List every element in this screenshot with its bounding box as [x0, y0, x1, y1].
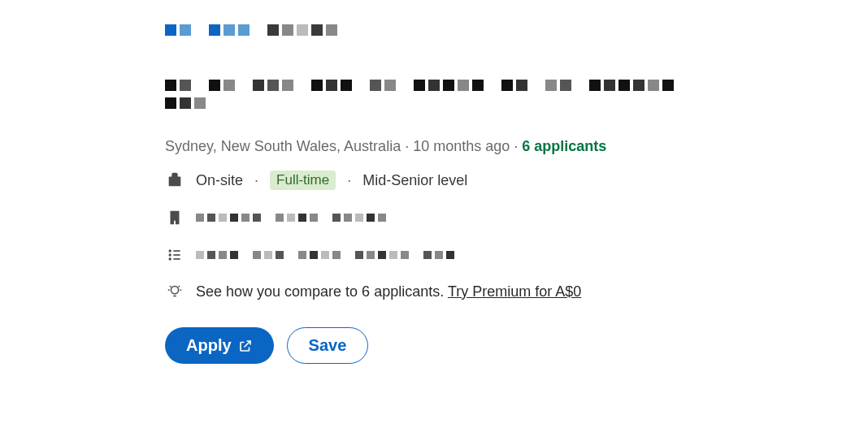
skills-row	[165, 244, 783, 266]
job-title-redacted	[165, 80, 783, 109]
company-name-redacted	[165, 24, 783, 36]
action-buttons: Apply Save	[165, 327, 783, 364]
svg-line-11	[179, 286, 180, 287]
lightbulb-icon	[165, 282, 184, 301]
svg-rect-4	[173, 254, 180, 256]
job-location: Sydney, New South Wales, Australia	[165, 138, 401, 154]
apply-button-label: Apply	[186, 336, 232, 355]
job-listing-card: Sydney, New South Wales, Australia · 10 …	[165, 24, 783, 364]
skills-redacted	[196, 251, 454, 259]
svg-point-1	[169, 253, 171, 256]
seniority-level: Mid-Senior level	[362, 172, 467, 189]
job-type-row: On-site · Full-time · Mid-Senior level	[165, 170, 783, 191]
svg-line-10	[170, 286, 171, 287]
svg-point-0	[169, 249, 171, 252]
svg-rect-5	[173, 258, 180, 260]
save-button-label: Save	[309, 336, 347, 355]
premium-compare-text: See how you compare to 6 applicants. Try…	[196, 283, 581, 300]
svg-point-6	[171, 287, 178, 294]
employment-type-badge: Full-time	[270, 171, 336, 190]
save-button[interactable]: Save	[287, 327, 369, 364]
svg-rect-3	[173, 250, 180, 252]
list-icon	[165, 245, 184, 265]
job-posted-time: 10 months ago	[413, 138, 510, 154]
external-link-icon	[238, 339, 253, 353]
premium-upsell-row: See how you compare to 6 applicants. Try…	[165, 282, 783, 301]
svg-point-2	[169, 257, 171, 260]
company-size-row	[165, 207, 783, 228]
job-meta-line: Sydney, New South Wales, Australia · 10 …	[165, 138, 783, 155]
company-size-redacted	[196, 214, 386, 222]
apply-button[interactable]: Apply	[165, 327, 274, 364]
applicant-count: 6 applicants	[522, 138, 606, 154]
briefcase-icon	[165, 171, 184, 190]
workplace-type: On-site	[196, 172, 243, 189]
try-premium-link[interactable]: Try Premium for A$0	[448, 283, 581, 300]
building-icon	[165, 208, 184, 227]
